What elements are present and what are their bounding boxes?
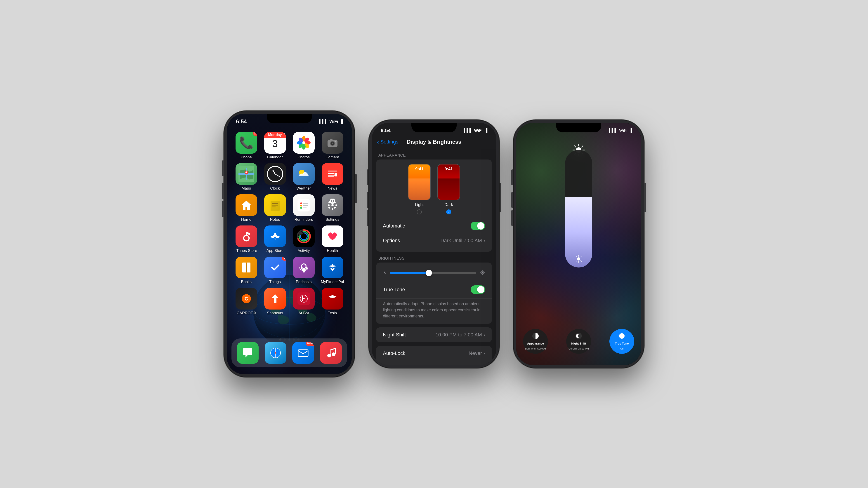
cc-wifi: WiFi — [619, 128, 627, 133]
auto-lock-label: Auto-Lock — [383, 350, 405, 356]
brightness-sun-inside — [575, 255, 583, 264]
svg-rect-21 — [298, 199, 310, 212]
cc-true-tone-btn[interactable]: True Tone On — [610, 329, 634, 354]
app-phone-label: Phone — [241, 155, 252, 160]
true-tone-row: True Tone — [376, 281, 492, 299]
app-settings[interactable]: Settings — [320, 194, 345, 222]
cc-bottom-controls: Appearance Dark Until 7:00 AM Night Shif… — [523, 329, 634, 354]
brightness-vertical-slider[interactable] — [565, 150, 592, 267]
app-camera-label: Camera — [326, 155, 339, 160]
automatic-label: Automatic — [383, 223, 405, 229]
app-grid: 📞 27 Phone Monday 3 1 Calendar — [227, 130, 352, 318]
dark-time: 9:41 — [438, 167, 460, 171]
app-home[interactable]: Home — [234, 194, 259, 222]
true-tone-toggle[interactable] — [471, 285, 485, 294]
settings-page-title: Display & Brightness — [407, 139, 461, 145]
app-podcasts-label: Podcasts — [296, 280, 312, 284]
dark-label: Dark — [444, 202, 453, 207]
app-calendar[interactable]: Monday 3 1 Calendar — [262, 132, 287, 160]
cc-appearance-sublabel: Dark Until 7:00 AM — [525, 347, 546, 350]
app-tesla[interactable]: Tesla — [320, 288, 345, 315]
app-shortcuts-label: Shortcuts — [267, 311, 283, 315]
light-radio[interactable] — [417, 209, 422, 215]
status-time: 6:54 — [236, 119, 247, 125]
app-atbat[interactable]: At Bat — [291, 288, 316, 315]
svg-point-60 — [327, 354, 331, 357]
phone-badge: 27 — [253, 132, 257, 136]
app-reminders-label: Reminders — [294, 217, 313, 222]
app-settings-label: Settings — [326, 217, 339, 222]
wifi-icon: WiFi — [329, 119, 338, 124]
svg-rect-19 — [335, 173, 337, 176]
app-books[interactable]: Books — [234, 257, 259, 284]
automatic-toggle[interactable] — [471, 222, 485, 230]
dock-safari[interactable] — [263, 342, 288, 364]
app-clock[interactable]: Clock — [262, 163, 287, 191]
brightness-slider[interactable]: ☀ ☀ — [383, 269, 485, 276]
app-news[interactable]: News — [320, 163, 345, 191]
cc-appearance-btn[interactable]: Appearance Dark Until 7:00 AM — [523, 329, 548, 354]
svg-rect-59 — [298, 350, 308, 357]
dark-radio[interactable] — [446, 209, 451, 215]
brightness-track[interactable] — [390, 272, 476, 274]
dock-music[interactable] — [318, 342, 344, 364]
options-label: Options — [383, 238, 400, 243]
settings-time: 6:54 — [381, 128, 391, 133]
app-phone[interactable]: 📞 27 Phone — [234, 132, 259, 160]
app-reminders[interactable]: Reminders — [291, 194, 316, 222]
app-shortcuts[interactable]: Shortcuts — [262, 288, 287, 315]
appearance-dark[interactable]: 9:41 Dark — [437, 164, 460, 215]
svg-point-45 — [302, 264, 306, 268]
app-photos[interactable]: Photos — [291, 132, 316, 160]
brightness-section-label: BRIGHTNESS — [372, 252, 496, 263]
app-myfitness[interactable]: MyFitnessPal — [320, 257, 345, 284]
settings-back-button[interactable]: ‹ Settings — [377, 138, 398, 145]
things-badge: 1 — [282, 257, 286, 261]
control-center-screen: ▌▌▌ WiFi ▐ — [516, 123, 641, 365]
home-screen: 6:54 ▌▌▌ WiFi ▐ 📞 27 Phone — [227, 114, 352, 374]
svg-point-71 — [577, 257, 580, 260]
auto-lock-text: Never — [469, 350, 482, 356]
app-health[interactable]: Health — [320, 225, 345, 253]
app-carrot[interactable]: C CARROT® — [234, 288, 259, 315]
svg-point-25 — [331, 204, 334, 206]
brightness-thumb[interactable] — [426, 270, 432, 276]
app-notes[interactable]: Notes — [262, 194, 287, 222]
auto-lock-chevron: › — [484, 351, 485, 356]
app-activity[interactable]: Activity — [291, 225, 316, 253]
app-appstore[interactable]: App Store — [262, 225, 287, 253]
auto-lock-row[interactable]: Auto-Lock Never › — [376, 346, 492, 361]
app-weather[interactable]: Weather — [291, 163, 316, 191]
night-shift-value: 10:00 PM to 7:00 AM › — [436, 332, 485, 338]
svg-rect-26 — [332, 200, 333, 202]
svg-line-69 — [582, 146, 583, 147]
app-photos-label: Photos — [298, 155, 310, 160]
settings-wifi: WiFi — [474, 128, 483, 133]
status-icons: ▌▌▌ WiFi ▐ — [319, 119, 343, 124]
appearance-light[interactable]: 9:41 Light — [408, 164, 431, 215]
night-shift-row[interactable]: Night Shift 10:00 PM to 7:00 AM › — [376, 327, 492, 342]
cc-appearance-icon — [532, 332, 539, 340]
appearance-options: 9:41 Light 9:41 — [381, 164, 487, 215]
settings-back-label: Settings — [380, 139, 399, 145]
signal-icon: ▌▌▌ — [319, 119, 328, 124]
app-itunes[interactable]: iTunes Store — [234, 225, 259, 253]
notch-2 — [411, 123, 457, 132]
svg-rect-29 — [336, 204, 337, 206]
app-things[interactable]: 1 Things — [262, 257, 287, 284]
cc-battery: ▐ — [629, 128, 632, 133]
options-value[interactable]: Dark Until 7:00 AM › — [440, 238, 485, 243]
cc-night-shift-btn[interactable]: Night Shift Off Until 10:00 PM — [566, 329, 591, 354]
dock-messages[interactable] — [235, 342, 260, 364]
app-camera[interactable]: Camera — [320, 132, 345, 160]
cc-appearance-label: Appearance — [527, 342, 544, 346]
dock-mail[interactable]: 10,510 — [290, 342, 316, 364]
cc-night-shift-icon — [575, 332, 582, 340]
svg-rect-44 — [246, 263, 247, 272]
app-appstore-label: App Store — [267, 249, 284, 253]
settings-header: ‹ Settings Display & Brightness — [372, 135, 496, 149]
svg-line-78 — [581, 256, 581, 257]
app-maps[interactable]: Maps — [234, 163, 259, 191]
app-podcasts[interactable]: Podcasts — [291, 257, 316, 284]
settings-screen: 6:54 ▌▌▌ WiFi ▐ ‹ Settings Display & Bri… — [372, 123, 496, 365]
